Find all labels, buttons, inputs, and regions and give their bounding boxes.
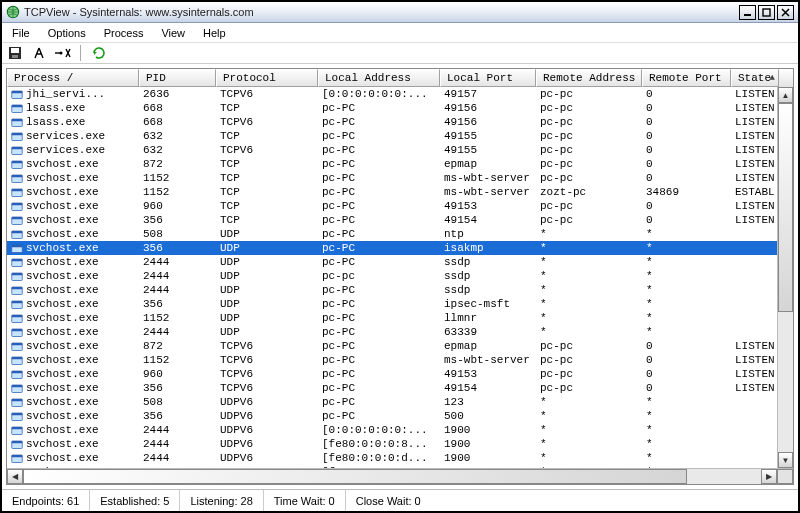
- table-row[interactable]: jhi_servi...2636TCPV6[0:0:0:0:0:0:...491…: [7, 87, 793, 101]
- cell-lport: 500: [440, 409, 536, 423]
- cell-lport: 1900: [440, 451, 536, 465]
- table-row[interactable]: lsass.exe668TCPV6pc-PC49156pc-pc0LISTEN: [7, 115, 793, 129]
- scroll-right-button[interactable]: ▶: [761, 469, 777, 484]
- cell-lport: 49156: [440, 115, 536, 129]
- cell-rport: 0: [642, 115, 731, 129]
- table-row[interactable]: svchost.exe356UDPV6pc-PC500**: [7, 409, 793, 423]
- cell-laddr: pc-PC: [318, 367, 440, 381]
- table-row[interactable]: svchost.exe1152TCPpc-PCms-wbt-serverzozt…: [7, 185, 793, 199]
- process-name: jhi_servi...: [26, 87, 105, 101]
- table-row[interactable]: svchost.exe2444UDPV6[fe80:0:0:0:d...1900…: [7, 451, 793, 465]
- cell-rport: *: [642, 395, 731, 409]
- process-name: svchost.exe: [26, 381, 99, 395]
- cell-pid: 1152: [139, 171, 216, 185]
- table-row[interactable]: svchost.exe2444UDPV6[fe80:0:0:0:8...1900…: [7, 437, 793, 451]
- svg-rect-60: [12, 455, 23, 457]
- column-header-raddr[interactable]: Remote Address: [536, 69, 642, 87]
- text-icon[interactable]: [30, 44, 48, 62]
- cell-process: svchost.exe: [7, 395, 139, 409]
- cell-lport: ssdp: [440, 283, 536, 297]
- cell-laddr: pc-PC: [318, 339, 440, 353]
- cell-lport: llmnr: [440, 311, 536, 325]
- cell-raddr: *: [536, 437, 642, 451]
- cell-raddr: pc-pc: [536, 171, 642, 185]
- cell-laddr: pc-PC: [318, 171, 440, 185]
- maximize-button[interactable]: [758, 5, 775, 20]
- cell-pid: 2444: [139, 283, 216, 297]
- table-row[interactable]: svchost.exe2444UDPV6[0:0:0:0:0:0:...1900…: [7, 423, 793, 437]
- cell-lport: 123: [440, 395, 536, 409]
- table-row[interactable]: svchost.exe2444UDPpc-pcssdp**: [7, 269, 793, 283]
- cell-pid: 356: [139, 381, 216, 395]
- process-name: svchost.exe: [26, 465, 99, 468]
- table-row[interactable]: svchost.exe2444UDPpc-PCssdp**: [7, 255, 793, 269]
- table-row[interactable]: svchost.exe508UDPpc-PCntp**: [7, 227, 793, 241]
- process-name: svchost.exe: [26, 185, 99, 199]
- table-row[interactable]: services.exe632TCPV6pc-PC49155pc-pc0LIST…: [7, 143, 793, 157]
- vertical-scrollbar[interactable]: ▲ ▼: [777, 87, 793, 468]
- process-name: svchost.exe: [26, 367, 99, 381]
- table-row[interactable]: svchost.exe2444UDPpc-PC63339**: [7, 325, 793, 339]
- scroll-thumb[interactable]: [778, 103, 793, 312]
- process-icon: [11, 326, 23, 338]
- column-header-rport[interactable]: Remote Port: [642, 69, 731, 87]
- status-endpoints: Endpoints: 61: [2, 490, 90, 511]
- minimize-button[interactable]: [739, 5, 756, 20]
- cell-lport: 49155: [440, 129, 536, 143]
- titlebar[interactable]: TCPView - Sysinternals: www.sysinternals…: [2, 2, 798, 23]
- cell-lport: 49153: [440, 367, 536, 381]
- table-row[interactable]: svchost.exe356TCPV6pc-PC49154pc-pc0LISTE…: [7, 381, 793, 395]
- table-row[interactable]: svchost.exe872TCPV6pc-PCepmappc-pc0LISTE…: [7, 339, 793, 353]
- save-icon[interactable]: [6, 44, 24, 62]
- refresh-icon[interactable]: [90, 44, 108, 62]
- hscroll-track[interactable]: [23, 469, 761, 484]
- table-row[interactable]: svchost.exe1152TCPpc-PCms-wbt-serverpc-p…: [7, 171, 793, 185]
- status-listening: Listening: 28: [180, 490, 263, 511]
- column-header-pid[interactable]: PID: [139, 69, 216, 87]
- cell-process: svchost.exe: [7, 213, 139, 227]
- column-header-lport[interactable]: Local Port: [440, 69, 536, 87]
- table-row[interactable]: svchost.exe1152TCPV6pc-PCms-wbt-serverpc…: [7, 353, 793, 367]
- scroll-track[interactable]: [778, 103, 793, 452]
- table-row[interactable]: svchost.exe1152UDPpc-PCllmnr**: [7, 311, 793, 325]
- table-row[interactable]: svchost.exe508UDPV6pc-PC123**: [7, 395, 793, 409]
- process-icon: [11, 256, 23, 268]
- menu-help[interactable]: Help: [195, 25, 234, 41]
- table-row[interactable]: svchost.exe960TCPpc-PC49153pc-pc0LISTEN: [7, 199, 793, 213]
- cell-state: LISTEN: [731, 339, 779, 353]
- menu-file[interactable]: File: [4, 25, 38, 41]
- table-row[interactable]: svchost.exe2444UDPpc-PCssdp**: [7, 283, 793, 297]
- close-button[interactable]: [777, 5, 794, 20]
- cell-rport: *: [642, 409, 731, 423]
- menu-view[interactable]: View: [153, 25, 193, 41]
- cell-process: svchost.exe: [7, 465, 139, 468]
- menu-options[interactable]: Options: [40, 25, 94, 41]
- horizontal-scrollbar[interactable]: ◀ ▶: [7, 468, 793, 484]
- menu-process[interactable]: Process: [96, 25, 152, 41]
- cell-state: ESTABL: [731, 185, 779, 199]
- cell-rport: *: [642, 297, 731, 311]
- table-row[interactable]: svchost.exe356TCPpc-PC49154pc-pc0LISTEN: [7, 213, 793, 227]
- svg-rect-34: [12, 273, 23, 275]
- close-connection-icon[interactable]: [54, 44, 72, 62]
- process-icon: [11, 396, 23, 408]
- cell-pid: 1152: [139, 311, 216, 325]
- table-row[interactable]: svchost.exe960TCPV6pc-PC49153pc-pc0LISTE…: [7, 367, 793, 381]
- table-row[interactable]: services.exe632TCPpc-PC49155pc-pc0LISTEN: [7, 129, 793, 143]
- scroll-left-button[interactable]: ◀: [7, 469, 23, 484]
- scroll-up-button[interactable]: ▲: [778, 87, 793, 103]
- svg-rect-54: [12, 413, 23, 415]
- table-row[interactable]: svchost.exe356UDPpc-PCipsec-msft**: [7, 297, 793, 311]
- table-row[interactable]: lsass.exe668TCPpc-PC49156pc-pc0LISTEN: [7, 101, 793, 115]
- table-row[interactable]: svchost.exe2444UDPV6[fe80:0:0:0:e...1900…: [7, 465, 793, 468]
- column-header-process[interactable]: Process /: [7, 69, 139, 87]
- scroll-down-button[interactable]: ▼: [778, 452, 793, 468]
- hscroll-thumb[interactable]: [23, 469, 687, 484]
- column-header-laddr[interactable]: Local Address: [318, 69, 440, 87]
- table-row[interactable]: svchost.exe356UDPpc-PCisakmp**: [7, 241, 793, 255]
- process-name: svchost.exe: [26, 157, 99, 171]
- column-header-state[interactable]: State▲: [731, 69, 779, 87]
- table-row[interactable]: svchost.exe872TCPpc-PCepmappc-pc0LISTEN: [7, 157, 793, 171]
- cell-process: svchost.exe: [7, 283, 139, 297]
- column-header-proto[interactable]: Protocol: [216, 69, 318, 87]
